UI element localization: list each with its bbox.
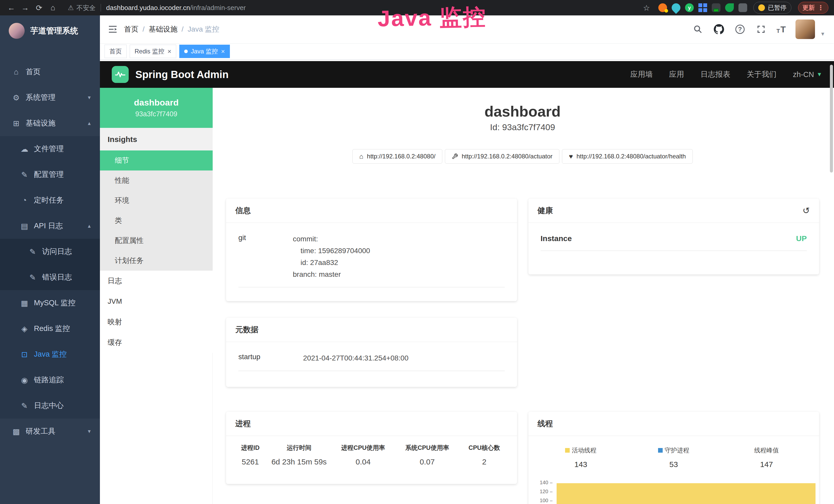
extension-icon-leaf[interactable] — [725, 3, 734, 12]
database-icon: ▦ — [19, 299, 30, 307]
breadcrumb-separator: / — [142, 25, 145, 33]
breadcrumb-separator: / — [182, 25, 184, 33]
security-warning[interactable]: ⚠ 不安全 — [68, 4, 95, 12]
sidebar-item-mysql-monitor[interactable]: ▦ MySQL 监控 — [0, 290, 100, 316]
health-instance-row[interactable]: Instance UP — [541, 234, 807, 251]
page-scrollbar[interactable] — [830, 65, 833, 173]
sidebar-item-trace[interactable]: ◉ 链路追踪 — [0, 367, 100, 393]
tab-redis-monitor[interactable]: Redis 监控 × — [130, 45, 176, 58]
heart-icon: ♥ — [569, 153, 573, 160]
sba-item-details[interactable]: 细节 — [100, 151, 213, 170]
sba-item-config-properties[interactable]: 配置属性 — [100, 231, 213, 251]
sba-brand-title[interactable]: Spring Boot Admin — [135, 69, 228, 81]
update-button[interactable]: 更新 ⋮ — [798, 2, 828, 14]
extension-icon-orange[interactable] — [658, 3, 667, 12]
github-icon[interactable] — [713, 24, 725, 35]
annotation-java-monitor: Java 监控 — [377, 2, 487, 34]
sidebar-item-infrastructure[interactable]: ⊞ 基础设施 ▴ — [0, 110, 100, 136]
extension-icon-drop[interactable] — [670, 2, 682, 14]
tab-label: 首页 — [109, 47, 122, 55]
breadcrumb-home[interactable]: 首页 — [124, 24, 138, 34]
health-card-header: 健康 ↺ — [528, 199, 819, 223]
sidebar-submenu-api-logs: ✎ 访问日志 ✎ 错误日志 — [0, 239, 100, 290]
user-avatar[interactable] — [795, 20, 815, 39]
sidebar-item-file-management[interactable]: ☁ 文件管理 — [0, 136, 100, 162]
browser-home-icon[interactable]: ⌂ — [47, 2, 59, 13]
sidebar-item-dev-tools[interactable]: ▩ 研发工具 ▾ — [0, 418, 100, 444]
extensions-puzzle-icon[interactable] — [739, 3, 747, 12]
browser-menu-icon[interactable]: ⋮ — [817, 4, 824, 12]
sba-logo-icon[interactable] — [112, 66, 129, 83]
home-icon: ⌂ — [359, 153, 364, 160]
sba-item-caches[interactable]: 缓存 — [100, 332, 213, 353]
sba-nav-about[interactable]: 关于我们 — [747, 69, 776, 79]
sba-item-classes[interactable]: 类 — [100, 210, 213, 231]
sidebar-item-config-management[interactable]: ✎ 配置管理 — [0, 162, 100, 187]
avatar-caret-icon[interactable]: ▼ — [820, 31, 825, 39]
extension-icon-switch[interactable]: on — [712, 3, 721, 12]
actuator-url-button[interactable]: http://192.168.0.2:48080/actuator — [445, 149, 559, 164]
sba-item-mappings[interactable]: 映射 — [100, 312, 213, 332]
legend-live-threads: 活动线程 143 — [534, 446, 628, 469]
sba-item-environment[interactable]: 环境 — [100, 190, 213, 210]
info-row-git: git commit: time: 1596289704000 id: 27aa… — [238, 233, 505, 287]
sidebar-item-redis-monitor[interactable]: ◈ Redis 监控 — [0, 316, 100, 342]
sba-item-logs[interactable]: 日志 — [100, 271, 213, 291]
close-icon[interactable]: × — [168, 48, 171, 55]
sba-instance-name: dashboard — [134, 97, 179, 108]
sidebar-item-api-logs[interactable]: ▤ API 日志 ▴ — [0, 213, 100, 239]
sba-nav-wall[interactable]: 应用墙 — [630, 69, 653, 79]
search-icon[interactable] — [692, 24, 704, 35]
process-col-process-cpu: 进程CPU使用率 0.04 — [330, 444, 397, 466]
close-icon[interactable]: × — [221, 48, 225, 55]
paused-badge[interactable]: 已暂停 — [753, 2, 791, 14]
metadata-card: 元数据 startup 2021-04-27T00:44:31.254+08:0… — [226, 318, 517, 387]
extension-badge — [664, 9, 668, 13]
chevron-down-icon: ▼ — [816, 71, 822, 78]
sidebar-item-error-logs[interactable]: ✎ 错误日志 — [0, 265, 100, 290]
breadcrumb-infrastructure[interactable]: 基础设施 — [149, 24, 177, 34]
fullscreen-icon[interactable] — [755, 24, 767, 35]
font-size-icon[interactable]: TT — [776, 24, 786, 35]
monitor-icon: ⊡ — [19, 350, 30, 359]
help-icon[interactable]: ? — [734, 24, 746, 35]
instance-links: ⌂ http://192.168.0.2:48080/ http://192.1… — [226, 149, 819, 164]
sidebar-item-home[interactable]: ⌂ 首页 — [0, 59, 100, 85]
health-card-title: 健康 — [537, 205, 553, 216]
bookmark-star-icon[interactable]: ☆ — [641, 2, 652, 13]
forward-icon[interactable]: → — [20, 2, 31, 13]
reload-icon[interactable]: ⟳ — [34, 2, 45, 13]
sba-item-scheduled-tasks[interactable]: 计划任务 — [100, 251, 213, 271]
url-separator — [101, 4, 101, 12]
service-url-button[interactable]: ⌂ http://192.168.0.2:48080/ — [352, 149, 443, 164]
extension-icon-green[interactable]: y — [685, 3, 694, 12]
infrastructure-icon: ⊞ — [10, 119, 22, 128]
sba-locale-select[interactable]: zh-CN ▼ — [793, 70, 822, 79]
hamburger-icon[interactable] — [107, 23, 119, 36]
sidebar-item-access-logs[interactable]: ✎ 访问日志 — [0, 239, 100, 265]
sidebar-item-label: 首页 — [26, 67, 41, 77]
sidebar-menu: ⌂ 首页 ⚙ 系统管理 ▾ ⊞ 基础设施 ▴ ☁ 文件管理 — [0, 46, 100, 504]
tab-java-monitor[interactable]: Java 监控 × — [179, 45, 230, 58]
history-icon[interactable]: ↺ — [803, 205, 810, 216]
service-url: http://192.168.0.2:48080/ — [367, 153, 436, 160]
extension-icon-grid[interactable] — [698, 3, 707, 12]
sba-nav-journal[interactable]: 日志报表 — [700, 69, 730, 79]
chevron-up-icon: ▴ — [88, 120, 91, 127]
health-url-button[interactable]: ♥ http://192.168.0.2:48080/actuator/heal… — [562, 149, 693, 164]
address-bar[interactable]: ⚠ 不安全 dashboard.yudao.iocoder.cn/infra/a… — [61, 4, 638, 12]
sba-selected-instance[interactable]: dashboard 93a3fc7f7409 — [100, 88, 213, 128]
sba-item-jvm[interactable]: JVM — [100, 291, 213, 312]
sba-item-performance[interactable]: 性能 — [100, 170, 213, 190]
sidebar-item-system-management[interactable]: ⚙ 系统管理 ▾ — [0, 85, 100, 110]
sba-nav-applications[interactable]: 应用 — [669, 69, 684, 79]
tab-home[interactable]: 首页 — [105, 45, 127, 58]
sidebar-item-scheduled-tasks[interactable]: ◔ 定时任务 — [0, 187, 100, 213]
sidebar-item-log-center[interactable]: ✎ 日志中心 — [0, 393, 100, 418]
metadata-value: 2021-04-27T00:44:31.254+08:00 — [303, 352, 505, 364]
sidebar-item-java-monitor[interactable]: ⊡ Java 监控 — [0, 342, 100, 367]
smiley-icon — [758, 4, 765, 11]
sidebar-item-label: API 日志 — [34, 221, 63, 231]
back-icon[interactable]: ← — [6, 2, 17, 13]
app-logo[interactable]: 芋道管理系统 — [0, 16, 100, 46]
